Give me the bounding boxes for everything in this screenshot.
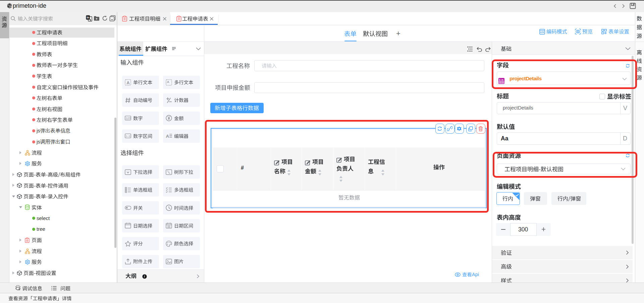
svg-text:123: 123 bbox=[125, 117, 130, 120]
svg-text:i: i bbox=[144, 274, 145, 278]
svg-text:in: in bbox=[87, 16, 89, 19]
svg-text:A: A bbox=[166, 134, 169, 139]
svg-text:A: A bbox=[126, 80, 129, 85]
svg-text:1~3: 1~3 bbox=[125, 135, 130, 138]
svg-text:A: A bbox=[167, 80, 169, 83]
